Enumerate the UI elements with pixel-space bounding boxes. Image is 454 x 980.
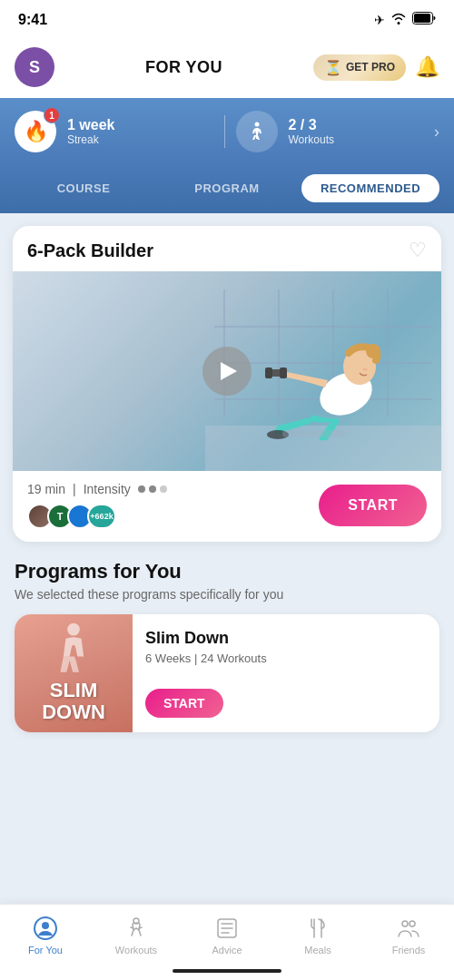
programs-subtitle: We selected these programs specifically … [15,587,439,602]
streak-icon-wrapper: 🔥 1 [15,111,56,152]
program-details: 6 Weeks | 24 Workouts [145,652,267,665]
dot-2 [149,485,156,493]
streak-left: 🔥 1 1 week Streak [15,111,213,152]
workout-card: 6-Pack Builder ♡ [13,226,441,542]
program-person-icon [51,622,96,676]
svg-rect-1 [414,14,430,23]
nav-item-for-you[interactable]: For You [0,914,91,956]
svg-rect-7 [214,326,432,328]
play-button[interactable] [202,347,252,396]
nav-label-friends: Friends [392,945,426,956]
main-content: 6-Pack Builder ♡ [0,213,454,916]
page-title: FOR YOU [145,58,222,77]
dot-1 [138,485,145,493]
svg-rect-4 [278,289,280,416]
participant-count: +662k [87,504,116,529]
svg-rect-19 [282,430,346,437]
start-workout-button[interactable]: START [319,485,427,526]
nav-label-workouts: Workouts [115,945,157,956]
bell-icon[interactable]: 🔔 [415,55,439,79]
streak-count: 1 week [67,117,114,133]
advice-icon [214,916,240,941]
nav-label-for-you: For You [28,945,63,956]
header: S FOR YOU ⏳ GET PRO 🔔 [0,40,454,98]
meals-icon [305,916,331,941]
streak-divider [224,115,225,148]
program-card-slim-down: SLIMDOWN Slim Down 6 Weeks | 24 Workouts… [15,614,439,732]
home-indicator [173,969,281,973]
workout-title: 6-Pack Builder [27,240,153,261]
streak-badge: 1 [44,107,60,123]
svg-rect-6 [387,289,389,416]
svg-point-14 [362,368,368,371]
chevron-right-icon[interactable]: › [434,122,439,142]
status-icons: ✈ [374,12,436,28]
card-meta: 19 min | Intensity T +662k [27,482,167,529]
battery-icon [412,12,436,28]
workout-label: Workouts [289,133,334,146]
workout-info: 2 / 3 Workouts [236,111,435,152]
svg-point-20 [67,623,80,636]
programs-section: Programs for You We selected these progr… [13,560,441,732]
nav-label-advice: Advice [212,945,242,956]
svg-point-31 [410,921,415,926]
duration-row: 19 min | Intensity [27,482,167,496]
nav-item-workouts[interactable]: Workouts [91,914,182,956]
wifi-icon [390,12,407,28]
status-time: 9:41 [18,12,47,28]
nav-item-meals[interactable]: Meals [272,914,363,956]
header-right: ⏳ GET PRO 🔔 [313,54,439,81]
workout-text: 2 / 3 Workouts [289,117,334,146]
tab-navigation: COURSE PROGRAM RECOMMENDED [0,165,454,213]
svg-point-13 [366,344,380,358]
get-pro-button[interactable]: ⏳ GET PRO [313,54,406,81]
svg-point-22 [42,922,49,929]
card-header: 6-Pack Builder ♡ [13,226,441,271]
program-image-text: SLIMDOWN [42,680,105,723]
tab-course[interactable]: COURSE [15,174,153,202]
svg-point-30 [402,921,408,926]
get-pro-icon: ⏳ [324,59,342,76]
streak-info: 1 week Streak [67,117,114,146]
for-you-icon [33,916,58,941]
workout-icon [236,111,278,152]
intensity-dots [138,485,167,493]
intensity-label: Intensity [84,482,131,496]
favorite-icon[interactable]: ♡ [409,239,427,262]
tab-program[interactable]: PROGRAM [158,174,296,202]
card-footer: 19 min | Intensity T +662k START [13,471,441,542]
get-pro-label: GET PRO [346,61,395,74]
workouts-icon [123,916,149,941]
avatar[interactable]: S [15,47,54,87]
streak-banner: 🔥 1 1 week Streak 2 / 3 Workouts › [0,98,454,165]
status-bar: 9:41 ✈ [0,0,454,40]
duration-label: 19 min [27,482,65,496]
streak-label: Streak [67,133,114,146]
nav-item-friends[interactable]: Friends [363,914,454,956]
airplane-icon: ✈ [374,13,385,27]
program-image: SLIMDOWN [15,614,133,732]
svg-rect-17 [280,368,287,378]
tab-recommended[interactable]: RECOMMENDED [301,174,439,202]
friends-icon [396,916,421,941]
workout-count: 2 / 3 [289,117,334,133]
nav-item-advice[interactable]: Advice [182,914,272,956]
program-start-button[interactable]: START [145,689,223,718]
dot-3 [160,485,167,493]
workout-image [13,271,441,471]
program-info: Slim Down 6 Weeks | 24 Workouts START [133,614,280,732]
nav-label-meals: Meals [304,945,331,956]
svg-rect-16 [265,368,272,378]
play-icon [221,362,237,380]
svg-point-2 [254,122,259,127]
programs-title: Programs for You [15,560,439,583]
program-name: Slim Down [145,629,267,648]
participants-row: T +662k [27,504,167,529]
